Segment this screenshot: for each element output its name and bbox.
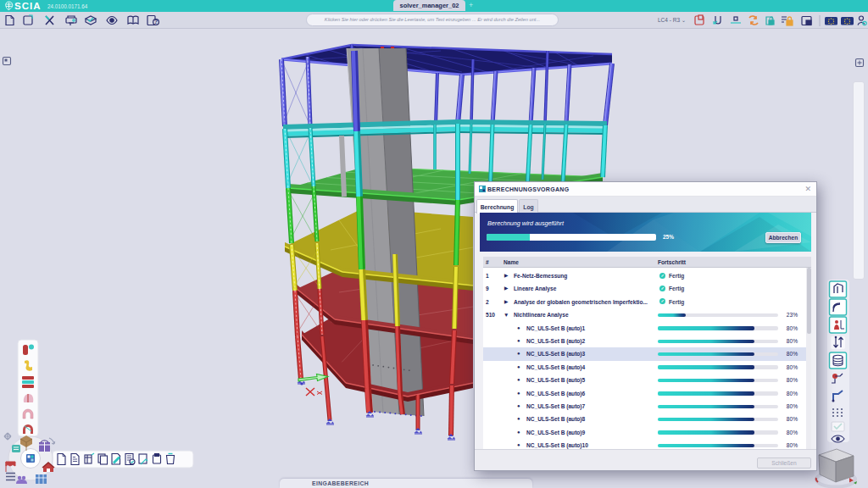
svg-text:?: ? — [154, 19, 158, 25]
